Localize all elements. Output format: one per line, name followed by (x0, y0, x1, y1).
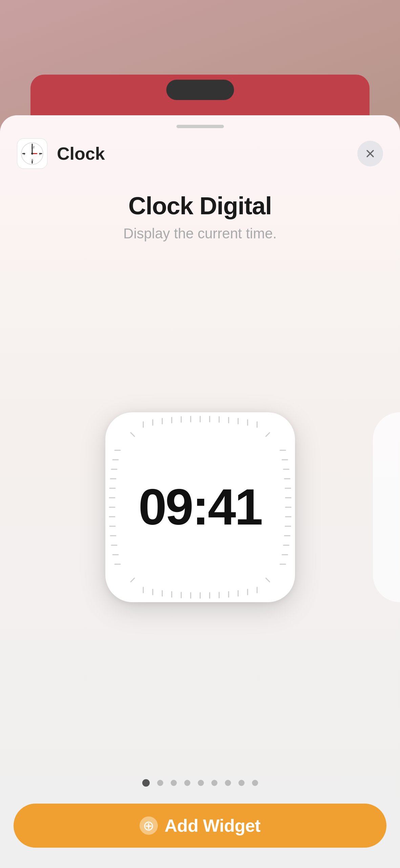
widget-preview-area[interactable]: /* tick marks are drawn programmatically… (0, 249, 400, 766)
add-widget-plus-icon: ⊕ (140, 816, 158, 835)
dot-4[interactable] (184, 780, 190, 786)
dot-3[interactable] (171, 780, 177, 786)
add-widget-button[interactable]: ⊕ Add Widget (14, 804, 386, 848)
page-indicator (142, 766, 258, 804)
dot-8[interactable] (238, 780, 245, 786)
dot-9[interactable] (252, 780, 258, 786)
svg-text:6: 6 (31, 158, 33, 162)
svg-line-66 (131, 433, 134, 436)
clock-widget-preview[interactable]: /* tick marks are drawn programmatically… (105, 412, 295, 602)
dot-1[interactable] (142, 779, 150, 787)
background-app-notch (166, 80, 234, 100)
close-icon (364, 148, 376, 159)
widget-subtitle: Display the current time. (123, 225, 277, 242)
app-icon: 12 3 6 9 (17, 138, 47, 169)
svg-text:3: 3 (39, 152, 41, 156)
add-widget-label: Add Widget (165, 815, 260, 836)
svg-line-69 (266, 578, 270, 582)
dot-2[interactable] (157, 780, 163, 786)
dot-5[interactable] (198, 780, 204, 786)
widget-title: Clock Digital (123, 193, 277, 219)
drag-handle[interactable] (176, 125, 224, 128)
plus-symbol: ⊕ (143, 819, 154, 832)
close-button[interactable] (357, 141, 383, 166)
svg-point-7 (31, 153, 33, 155)
svg-text:12: 12 (31, 145, 35, 149)
clock-app-icon-svg: 12 3 6 9 (20, 141, 44, 166)
widget-sheet: 12 3 6 9 Clock Clock Digital Display the… (0, 115, 400, 868)
dot-7[interactable] (225, 780, 231, 786)
svg-text:9: 9 (23, 152, 25, 156)
svg-line-68 (131, 578, 134, 582)
app-title: Clock (57, 143, 357, 164)
svg-line-67 (266, 433, 270, 436)
time-display: 09:41 (139, 478, 262, 536)
sheet-header: 12 3 6 9 Clock (0, 128, 400, 172)
dot-6[interactable] (211, 780, 217, 786)
widget-title-section: Clock Digital Display the current time. (103, 172, 297, 249)
next-widget-peek (373, 412, 400, 602)
